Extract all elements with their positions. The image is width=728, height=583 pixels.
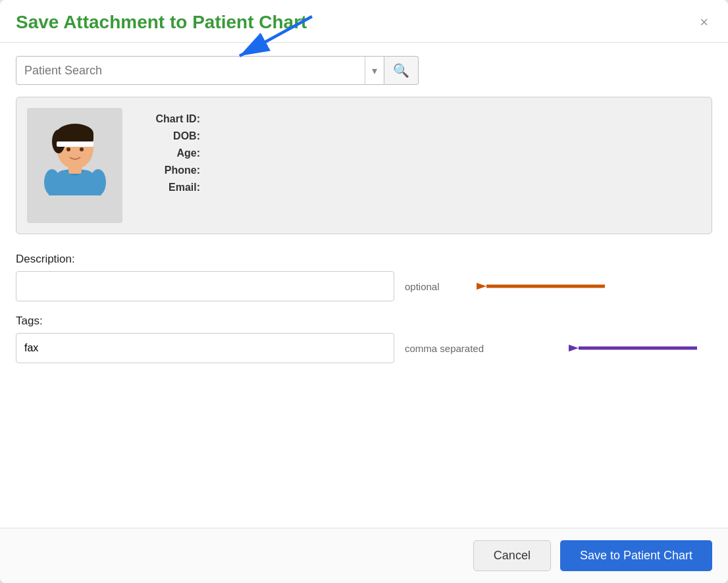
save-to-patient-chart-button[interactable]: Save to Patient Chart: [560, 540, 712, 571]
purple-arrow-annotation: [569, 336, 700, 361]
modal-footer: Cancel Save to Patient Chart: [0, 528, 728, 583]
age-row: Age:: [141, 147, 205, 159]
tags-section: Tags: comma separated: [16, 315, 712, 363]
svg-point-9: [80, 147, 84, 151]
modal-container: Save Attachment to Patient Chart × ▾: [0, 0, 728, 583]
dob-label: DOB:: [141, 130, 200, 142]
svg-rect-7: [57, 141, 93, 147]
search-icon: 🔍: [393, 63, 409, 78]
cancel-button[interactable]: Cancel: [473, 540, 551, 571]
tags-label: Tags:: [16, 315, 712, 328]
patient-avatar: [27, 108, 122, 223]
patient-info: Chart ID: DOB: Age: Phone: Email:: [141, 108, 205, 193]
close-button[interactable]: ×: [696, 14, 712, 31]
age-label: Age:: [141, 147, 200, 159]
svg-point-8: [66, 147, 70, 151]
description-row: optional: [16, 271, 712, 301]
patient-search-input[interactable]: [16, 57, 365, 84]
search-dropdown-button[interactable]: ▾: [365, 57, 384, 84]
orange-arrow-annotation: [477, 274, 608, 299]
search-button[interactable]: 🔍: [384, 56, 419, 85]
search-row: ▾ 🔍: [16, 56, 712, 85]
description-label: Description:: [16, 253, 712, 266]
svg-rect-6: [57, 132, 93, 143]
description-section: Description: optional: [16, 253, 712, 301]
description-input[interactable]: [16, 271, 394, 301]
tags-hint: comma separated: [405, 343, 484, 354]
email-label: Email:: [141, 182, 200, 193]
tags-row: comma separated: [16, 333, 712, 363]
chart-id-row: Chart ID:: [141, 113, 205, 125]
patient-card: Chart ID: DOB: Age: Phone: Email:: [16, 97, 712, 234]
email-row: Email:: [141, 182, 205, 193]
modal-header: Save Attachment to Patient Chart ×: [0, 0, 728, 43]
svg-rect-12: [68, 166, 82, 174]
phone-label: Phone:: [141, 165, 200, 176]
svg-point-10: [44, 169, 60, 195]
dob-row: DOB:: [141, 130, 205, 142]
modal-title: Save Attachment to Patient Chart: [16, 12, 307, 33]
svg-point-11: [90, 169, 106, 195]
phone-row: Phone:: [141, 165, 205, 176]
tags-input[interactable]: [16, 333, 394, 363]
search-input-wrapper: ▾: [16, 56, 384, 85]
chart-id-label: Chart ID:: [141, 113, 200, 125]
modal-body: ▾ 🔍: [0, 43, 728, 528]
description-hint: optional: [405, 281, 440, 292]
avatar-image: [36, 116, 115, 215]
